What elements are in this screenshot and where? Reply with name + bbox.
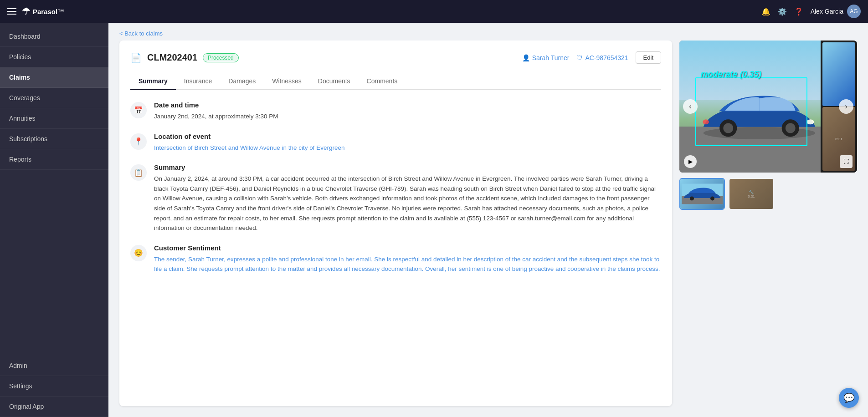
claim-id: CLM202401 [147,52,197,63]
hamburger-menu[interactable] [7,8,16,15]
top-nav: ☂ Parasol™ 🔔 ⚙️ ❓ Alex Garcia AG [0,0,868,23]
person-name: Sarah Turner [532,54,570,61]
claim-tabs: Summary Insurance Damages Witnesses Docu… [130,73,661,90]
tab-documents[interactable]: Documents [310,73,359,90]
sidebar-item-policies[interactable]: Policies [0,47,108,67]
section-customer-sentiment: 😊 Customer Sentiment The sender, Sarah T… [130,244,661,274]
claim-doc-icon: 📄 [130,52,142,63]
user-name: Alex Garcia [811,8,843,15]
thumbnail-2[interactable]: 🔧 0:31 [729,178,774,210]
sidebar-item-reports[interactable]: Reports [0,149,108,170]
sentiment-icon: 😊 [130,245,147,261]
tab-witnesses[interactable]: Witnesses [264,73,310,90]
summary-icon: 📋 [130,164,147,181]
svg-point-9 [690,196,694,200]
notification-icon[interactable]: 🔔 [761,7,770,16]
sidebar-item-settings[interactable]: Settings [0,376,108,397]
app-name: Parasol™ [33,8,64,15]
pin-icon: 📍 [130,133,147,150]
sidebar-item-claims[interactable]: Claims [0,67,108,88]
expand-button[interactable]: ⛶ [840,155,853,168]
chat-fab-button[interactable]: 💬 [839,388,859,408]
location-title: Location of event [154,132,661,140]
app-logo: ☂ Parasol™ [22,6,64,17]
settings-icon[interactable]: ⚙️ [778,7,787,16]
back-to-claims-link[interactable]: < Back to claims [108,23,868,41]
sentiment-title: Customer Sentiment [154,244,661,252]
claim-card: 📄 CLM202401 Processed 👤 Sarah Turner 🛡 A… [119,41,672,406]
svg-point-10 [710,196,714,200]
section-location: 📍 Location of event Intersection of Birc… [130,132,661,153]
policy-id: AC-987654321 [585,54,628,61]
thumbnail-1[interactable] [679,178,725,210]
image-viewer: moderate (0.35) 0:31 ‹ › ▶ ⛶ [679,41,857,173]
tab-summary[interactable]: Summary [130,73,176,90]
sidebar-item-original-app[interactable]: Original App [0,397,108,417]
tab-comments[interactable]: Comments [359,73,406,90]
person-icon: 👤 [522,54,530,61]
location-text: Intersection of Birch Street and Willow … [154,143,661,153]
section-summary: 📋 Summary On January 2, 2024, at around … [130,163,661,233]
claim-header: 📄 CLM202401 Processed 👤 Sarah Turner 🛡 A… [130,51,661,64]
shield-icon: 🛡 [576,54,583,61]
svg-point-5 [806,119,814,124]
sidebar-item-annuities[interactable]: Annuities [0,108,108,129]
image-prev-button[interactable]: ‹ [683,99,698,114]
play-button[interactable]: ▶ [684,155,697,168]
user-menu[interactable]: Alex Garcia AG [811,5,861,18]
content-area: < Back to claims 📄 CLM202401 Processed 👤… [108,23,868,417]
image-overlay-text: moderate (0.35) [701,70,761,79]
status-badge: Processed [203,53,239,62]
person-link[interactable]: 👤 Sarah Turner [522,54,570,61]
thumbnails: 🔧 0:31 [679,176,857,212]
sentiment-text: The sender, Sarah Turner, expresses a po… [154,254,661,274]
right-panel: moderate (0.35) 0:31 ‹ › ▶ ⛶ [679,41,857,406]
summary-title: Summary [154,163,661,171]
image-next-button[interactable]: › [839,99,853,114]
calendar-icon: 📅 [130,102,147,118]
summary-text: On January 2, 2024, at around 3:30 PM, a… [154,174,661,233]
sidebar: Dashboard Policies Claims Coverages Annu… [0,23,108,417]
help-icon[interactable]: ❓ [794,7,803,16]
avatar: AG [847,5,861,18]
sidebar-item-dashboard[interactable]: Dashboard [0,26,108,47]
date-time-text: January 2nd, 2024, at approximately 3:30… [154,112,661,122]
sidebar-item-subscriptions[interactable]: Subscriptions [0,129,108,149]
tab-insurance[interactable]: Insurance [176,73,220,90]
edit-button[interactable]: Edit [636,51,661,64]
sidebar-item-admin[interactable]: Admin [0,356,108,376]
logo-icon: ☂ [22,6,30,17]
sidebar-item-coverages[interactable]: Coverages [0,88,108,108]
date-time-title: Date and time [154,101,661,109]
policy-link[interactable]: 🛡 AC-987654321 [576,54,628,61]
tab-damages[interactable]: Damages [220,73,264,90]
section-date-time: 📅 Date and time January 2nd, 2024, at ap… [130,101,661,122]
